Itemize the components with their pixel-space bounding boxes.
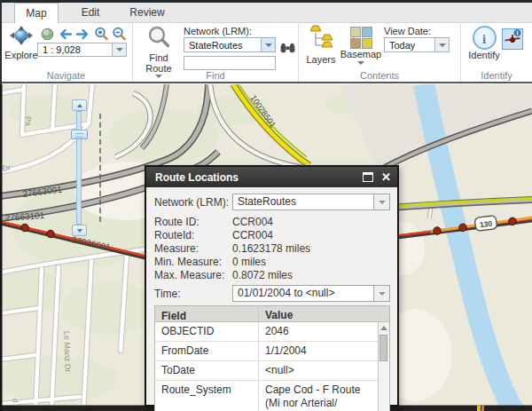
zoom-slider-down-button[interactable] (72, 225, 87, 236)
layers-tree-icon (309, 25, 333, 54)
value-cell: 1/1/2004 (258, 342, 378, 360)
street-label-d: d (11, 398, 20, 403)
network-lrm-combobox[interactable]: StateRoutes (184, 37, 276, 52)
time-value: 01/01/2004 to <null> (238, 287, 334, 299)
view-date-dropdown-arrow[interactable] (434, 38, 449, 51)
network-lrm-dialog-arrow[interactable] (373, 194, 389, 209)
window-left-edge (0, 0, 2, 84)
value-cell: <null> (258, 361, 378, 380)
attributes-table: Field Value OBJECTID 2046 FromDate 1/1/2… (154, 305, 390, 411)
zoom-slider-up-button[interactable] (72, 99, 87, 111)
network-lrm-dialog-value: StateRoutes (238, 195, 296, 208)
table-row-todate[interactable]: ToDate <null> (155, 361, 378, 381)
find-route-magnifier-icon (147, 26, 171, 52)
table-row-fromdate[interactable]: FromDate 1/1/2004 (155, 342, 378, 361)
basemap-label: Basemap (340, 49, 382, 59)
explore-pan-icon (8, 26, 35, 50)
ribbon-tab-bar: Map Edit Review (0, 3, 532, 23)
dialog-title: Route Locations (155, 171, 363, 184)
time-label: Time: (154, 288, 232, 300)
network-lrm-dropdown-arrow[interactable] (261, 38, 275, 51)
max-measure-label: Max. Measure: (154, 269, 232, 282)
route-shield-130: 130 (474, 216, 497, 232)
time-combobox[interactable]: 01/01/2004 to <null> (232, 285, 390, 302)
next-extent-icon[interactable] (75, 28, 91, 43)
routeid-value: CCR004 (232, 229, 273, 242)
dialog-body: Network (LRM): StateRoutes Route ID:CCR0… (146, 187, 397, 411)
svg-text:130: 130 (479, 219, 493, 230)
explore-button[interactable]: Explore (4, 26, 39, 60)
street-label-dr: Dr (2, 163, 12, 173)
network-lrm-dialog-label: Network (LRM): (154, 196, 232, 209)
network-lrm-value: StateRoutes (189, 40, 243, 51)
group-label-identify: Identify (461, 70, 532, 81)
field-cell: Route_System (155, 381, 258, 411)
identify-route-locations-icon (504, 28, 521, 50)
app-window: Map Edit Review (0, 0, 532, 411)
route-id-label: Route ID: (154, 216, 232, 229)
min-measure-value: 0 miles (232, 256, 266, 269)
map-scale-dropdown-arrow[interactable] (112, 43, 126, 56)
network-lrm-label: Network (LRM): (184, 26, 252, 36)
zoom-out-icon[interactable] (112, 27, 127, 44)
value-cell: Cape Cod - F Route (Mi nor Arterial/ Col… (258, 381, 378, 411)
table-row-route-system[interactable]: Route_System Cape Cod - F Route (Mi nor … (155, 381, 378, 411)
group-label-navigate: Navigate (0, 70, 132, 81)
maximize-icon[interactable] (363, 172, 373, 182)
group-identify: i Identify Identi (461, 23, 532, 82)
min-measure-label: Min. Measure: (154, 256, 232, 269)
zoom-slider-ticks (99, 114, 101, 222)
layers-button[interactable]: Layers (304, 25, 338, 65)
full-extent-globe-icon[interactable] (41, 28, 54, 44)
binoculars-icon[interactable] (280, 41, 295, 57)
basemap-dropdown-arrow[interactable] (357, 61, 364, 65)
street-label-pa: Pa (24, 116, 33, 126)
route-id-value: CCR004 (232, 216, 273, 229)
table-scrollbar[interactable] (378, 322, 389, 411)
identify-label: Identify (468, 50, 500, 60)
tab-edit[interactable]: Edit (69, 3, 112, 22)
identify-button[interactable]: i Identify (468, 25, 500, 60)
dialog-header[interactable]: Route Locations ✕ (146, 167, 397, 187)
value-column-header: Value (258, 306, 378, 321)
zoom-in-icon[interactable] (94, 27, 109, 44)
route-id-input[interactable] (184, 56, 276, 70)
ribbon: Map Edit Review (0, 3, 532, 84)
group-label-find: Find (133, 70, 298, 81)
max-measure-value: 0.8072 miles (232, 269, 293, 282)
group-navigate: Explore (0, 23, 133, 82)
basemap-tiles-icon (350, 27, 372, 49)
identify-route-locations-tool-button[interactable] (502, 28, 523, 50)
scrollbar-up-arrow-icon[interactable] (380, 326, 387, 330)
previous-extent-icon[interactable] (57, 28, 73, 43)
attributes-table-header: Field Value (155, 306, 389, 322)
tab-map[interactable]: Map (14, 3, 59, 23)
table-row-objectid[interactable]: OBJECTID 2046 (155, 322, 378, 342)
zoom-slider-thumb[interactable] (71, 130, 88, 139)
network-lrm-dialog-combobox[interactable]: StateRoutes (232, 194, 390, 210)
group-label-contents: Contents (299, 70, 460, 81)
zoom-slider-track[interactable] (76, 111, 82, 225)
routeid-label: RouteId: (154, 229, 232, 242)
street-label-le-manz-dr: Le Manz Dr (62, 331, 73, 373)
basemap-button[interactable]: Basemap (340, 25, 382, 65)
group-find: Find Route Network (LRM): StateRoutes (133, 23, 299, 82)
tab-review[interactable]: Review (122, 3, 172, 22)
group-contents: Layers Basemap View Date: Today Contents (299, 23, 461, 82)
scrollbar-thumb[interactable] (379, 335, 387, 361)
view-date-combobox[interactable]: Today (384, 37, 450, 52)
field-cell: OBJECTID (155, 322, 258, 341)
measure-value: 0.1623178 miles (232, 242, 310, 256)
map-scale-combobox[interactable]: 1 : 9,028 (37, 43, 127, 57)
find-route-label-line1: Find (140, 52, 177, 63)
route-locations-dialog: Route Locations ✕ Network (LRM): StateRo… (145, 165, 399, 407)
time-dropdown-arrow[interactable] (373, 286, 389, 301)
field-column-header: Field (155, 306, 258, 321)
close-icon[interactable]: ✕ (381, 171, 391, 183)
field-cell: ToDate (155, 361, 258, 380)
view-date-label: View Date: (384, 26, 431, 36)
value-cell: 2046 (258, 322, 378, 341)
measure-label: Measure: (154, 242, 232, 256)
field-cell: FromDate (155, 342, 258, 360)
map-zoom-slider[interactable] (71, 99, 106, 238)
